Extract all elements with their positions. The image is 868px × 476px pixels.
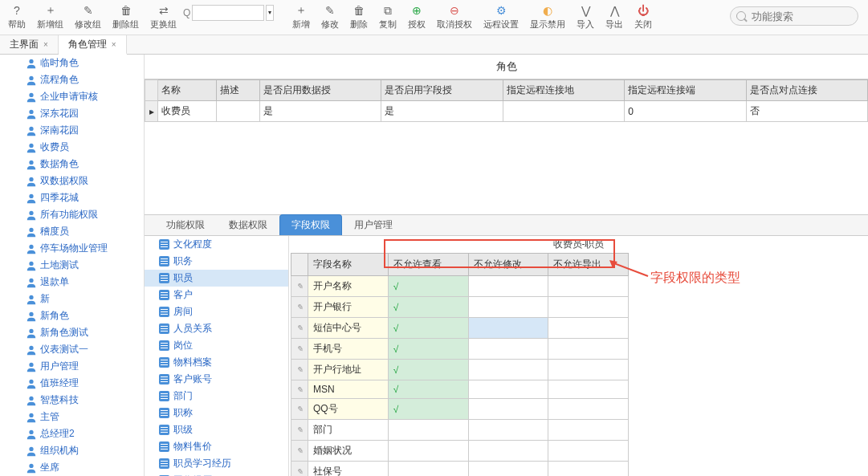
tree-item[interactable]: 新角色 [0, 307, 144, 324]
tree-item[interactable]: 收费员 [0, 139, 144, 156]
table-cell[interactable]: 否 [746, 101, 867, 122]
subtab[interactable]: 数据权限 [217, 214, 279, 235]
noedit-cell[interactable] [468, 339, 548, 360]
tree-item[interactable]: 停车场物业管理 [0, 240, 144, 257]
entity-item[interactable]: 文化程度 [145, 236, 288, 253]
noview-cell[interactable]: √ [388, 339, 468, 360]
noedit-cell[interactable] [468, 276, 548, 297]
noexport-cell[interactable] [548, 339, 629, 360]
entity-item[interactable]: 部门 [145, 388, 288, 405]
entity-item[interactable]: 职级 [145, 421, 288, 438]
table-row[interactable]: ✎QQ号√ [291, 399, 629, 420]
column-header[interactable]: 不允许修改 [468, 254, 548, 276]
toolbar-search-input[interactable] [192, 5, 264, 21]
entity-item[interactable]: 物料档案 [145, 354, 288, 371]
editgroup-button[interactable]: ✎修改组 [70, 2, 106, 32]
table-cell[interactable]: 0 [625, 101, 746, 122]
tree-item[interactable]: 深南花园 [0, 122, 144, 139]
noexport-cell[interactable] [548, 297, 629, 318]
table-cell[interactable]: 是 [259, 101, 381, 122]
edit-button[interactable]: ✎修改 [316, 2, 344, 32]
noview-cell[interactable]: √ [388, 276, 468, 297]
tree-item[interactable]: 坐席 [0, 459, 144, 476]
column-header[interactable]: 描述 [217, 80, 260, 101]
field-name-cell[interactable]: 社保号 [308, 462, 389, 477]
field-name-cell[interactable]: 开户银行 [308, 297, 389, 318]
copy-button[interactable]: ⧉复制 [374, 2, 401, 32]
column-header[interactable]: 指定远程连接地 [503, 80, 624, 101]
entity-item[interactable]: 职务 [145, 253, 288, 270]
field-name-cell[interactable]: 部门 [308, 420, 389, 441]
table-row[interactable]: ✎短信中心号√ [291, 318, 629, 339]
tree-item[interactable]: 深东花园 [0, 105, 144, 122]
noedit-cell[interactable] [468, 380, 548, 399]
unauth-button[interactable]: ⊖取消授权 [432, 2, 477, 32]
table-row[interactable]: ✎部门 [291, 420, 629, 441]
noexport-cell[interactable] [548, 360, 629, 380]
toolbar-search-dropdown[interactable]: ▾ [266, 5, 274, 21]
noedit-cell[interactable] [468, 360, 548, 380]
noexport-cell[interactable] [548, 276, 629, 297]
noview-cell[interactable] [388, 441, 468, 462]
noedit-cell[interactable] [468, 441, 548, 462]
close-icon[interactable]: × [43, 40, 48, 49]
noview-cell[interactable] [388, 420, 468, 441]
add-button[interactable]: ＋新增 [287, 2, 315, 32]
table-row[interactable]: ✎开户行地址√ [291, 360, 629, 380]
noedit-cell[interactable] [468, 399, 548, 420]
column-header[interactable]: 是否启用字段授 [381, 80, 503, 101]
tree-item[interactable]: 临时角色 [0, 55, 144, 71]
close-icon[interactable]: × [112, 40, 116, 49]
tree-item[interactable]: 退款单 [0, 274, 144, 291]
noview-cell[interactable] [388, 462, 468, 477]
entity-item[interactable]: 职员 [145, 270, 288, 287]
column-header[interactable]: 是否启用数据授 [259, 80, 381, 101]
column-header[interactable]: 名称 [158, 80, 217, 101]
tree-item[interactable]: 智慧科技 [0, 392, 144, 409]
tree-item[interactable]: 四季花城 [0, 189, 144, 206]
entity-item[interactable]: 职员学习经历 [145, 455, 288, 472]
noexport-cell[interactable] [548, 318, 629, 339]
table-row[interactable]: ✎开户名称√ [291, 276, 629, 297]
addgroup-button[interactable]: ＋新增组 [32, 2, 68, 32]
auth-button[interactable]: ⊕授权 [403, 2, 430, 32]
tree-item[interactable]: 所有功能权限 [0, 206, 144, 223]
field-name-cell[interactable]: 婚姻状况 [308, 441, 389, 462]
field-permission-grid[interactable]: 字段名称不允许查看不允许修改不允许导出 ✎开户名称√✎开户银行√✎短信中心号√✎… [291, 253, 629, 476]
tree-item[interactable]: 数据角色 [0, 156, 144, 173]
role-tree-sidebar[interactable]: 临时角色流程角色企业申请审核深东花园深南花园收费员数据角色双数据权限四季花城所有… [0, 55, 145, 476]
close-button[interactable]: ⏻关闭 [630, 2, 657, 32]
import-button[interactable]: ⋁导入 [572, 2, 599, 32]
tree-item[interactable]: 主管 [0, 409, 144, 425]
noexport-cell[interactable] [548, 441, 629, 462]
tree-item[interactable]: 用户管理 [0, 358, 144, 375]
column-header[interactable]: 不允许导出 [548, 254, 629, 276]
export-button[interactable]: ⋀导出 [601, 2, 628, 32]
noedit-cell[interactable] [468, 420, 548, 441]
table-row[interactable]: ✎开户银行√ [291, 297, 629, 318]
swapgroup-button[interactable]: ⇄更换组 [145, 2, 181, 32]
noview-cell[interactable]: √ [388, 360, 468, 380]
noedit-cell[interactable] [468, 318, 548, 339]
tree-item[interactable]: 仪表测试一 [0, 341, 144, 358]
noexport-cell[interactable] [548, 399, 629, 420]
noexport-cell[interactable] [548, 380, 629, 399]
entity-list-sidebar[interactable]: 文化程度职务职员客户房间人员关系岗位物料档案客户账号部门职称职级物料售价职员学习… [145, 236, 289, 476]
column-header[interactable]: 字段名称 [308, 254, 389, 276]
table-row[interactable]: ✎手机号√ [291, 339, 629, 360]
noexport-cell[interactable] [548, 462, 629, 477]
delgroup-button[interactable]: 🗑删除组 [108, 2, 144, 32]
field-name-cell[interactable]: 手机号 [308, 339, 389, 360]
table-cell[interactable] [217, 101, 260, 122]
table-row[interactable]: ✎婚姻状况 [291, 441, 629, 462]
function-search-input[interactable] [730, 6, 858, 26]
noedit-cell[interactable] [468, 297, 548, 318]
entity-item[interactable]: 人员关系 [145, 320, 288, 337]
entity-item[interactable]: 房间 [145, 303, 288, 320]
table-cell[interactable]: 收费员 [158, 101, 217, 122]
tree-item[interactable]: 稽度员 [0, 223, 144, 240]
noview-cell[interactable]: √ [388, 297, 468, 318]
table-row[interactable]: ▸收费员是是0否 [145, 101, 868, 122]
noedit-cell[interactable] [468, 462, 548, 477]
column-header[interactable]: 指定远程连接端 [625, 80, 746, 101]
